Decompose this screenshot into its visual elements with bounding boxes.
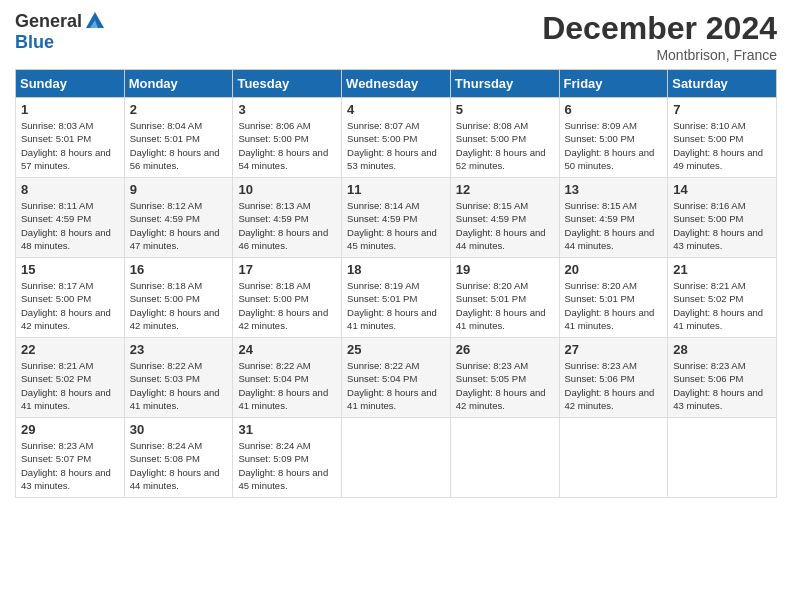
- day-info: Sunrise: 8:04 AMSunset: 5:01 PMDaylight:…: [130, 120, 220, 171]
- day-number: 21: [673, 262, 771, 277]
- day-cell: [668, 418, 777, 498]
- header: General Blue December 2024 Montbrison, F…: [15, 10, 777, 63]
- day-info: Sunrise: 8:22 AMSunset: 5:03 PMDaylight:…: [130, 360, 220, 411]
- day-info: Sunrise: 8:11 AMSunset: 4:59 PMDaylight:…: [21, 200, 111, 251]
- day-number: 28: [673, 342, 771, 357]
- day-number: 29: [21, 422, 119, 437]
- day-number: 23: [130, 342, 228, 357]
- day-cell: 15 Sunrise: 8:17 AMSunset: 5:00 PMDaylig…: [16, 258, 125, 338]
- day-number: 10: [238, 182, 336, 197]
- logo-general-text: General: [15, 11, 82, 32]
- day-cell: 2 Sunrise: 8:04 AMSunset: 5:01 PMDayligh…: [124, 98, 233, 178]
- week-row-5: 29 Sunrise: 8:23 AMSunset: 5:07 PMDaylig…: [16, 418, 777, 498]
- week-row-3: 15 Sunrise: 8:17 AMSunset: 5:00 PMDaylig…: [16, 258, 777, 338]
- day-info: Sunrise: 8:23 AMSunset: 5:06 PMDaylight:…: [565, 360, 655, 411]
- day-info: Sunrise: 8:19 AMSunset: 5:01 PMDaylight:…: [347, 280, 437, 331]
- day-number: 13: [565, 182, 663, 197]
- day-number: 7: [673, 102, 771, 117]
- day-cell: 6 Sunrise: 8:09 AMSunset: 5:00 PMDayligh…: [559, 98, 668, 178]
- day-cell: 17 Sunrise: 8:18 AMSunset: 5:00 PMDaylig…: [233, 258, 342, 338]
- day-number: 20: [565, 262, 663, 277]
- day-cell: 4 Sunrise: 8:07 AMSunset: 5:00 PMDayligh…: [342, 98, 451, 178]
- day-number: 24: [238, 342, 336, 357]
- logo: General Blue: [15, 10, 106, 53]
- day-cell: 20 Sunrise: 8:20 AMSunset: 5:01 PMDaylig…: [559, 258, 668, 338]
- calendar-body: 1 Sunrise: 8:03 AMSunset: 5:01 PMDayligh…: [16, 98, 777, 498]
- day-cell: 27 Sunrise: 8:23 AMSunset: 5:06 PMDaylig…: [559, 338, 668, 418]
- day-info: Sunrise: 8:15 AMSunset: 4:59 PMDaylight:…: [565, 200, 655, 251]
- day-cell: 16 Sunrise: 8:18 AMSunset: 5:00 PMDaylig…: [124, 258, 233, 338]
- day-cell: [342, 418, 451, 498]
- day-info: Sunrise: 8:22 AMSunset: 5:04 PMDaylight:…: [347, 360, 437, 411]
- main-container: General Blue December 2024 Montbrison, F…: [0, 0, 792, 508]
- day-number: 18: [347, 262, 445, 277]
- day-cell: [450, 418, 559, 498]
- day-cell: 23 Sunrise: 8:22 AMSunset: 5:03 PMDaylig…: [124, 338, 233, 418]
- day-number: 9: [130, 182, 228, 197]
- calendar-table: Sunday Monday Tuesday Wednesday Thursday…: [15, 69, 777, 498]
- day-info: Sunrise: 8:20 AMSunset: 5:01 PMDaylight:…: [565, 280, 655, 331]
- day-cell: 7 Sunrise: 8:10 AMSunset: 5:00 PMDayligh…: [668, 98, 777, 178]
- day-number: 3: [238, 102, 336, 117]
- day-number: 19: [456, 262, 554, 277]
- week-row-4: 22 Sunrise: 8:21 AMSunset: 5:02 PMDaylig…: [16, 338, 777, 418]
- day-info: Sunrise: 8:10 AMSunset: 5:00 PMDaylight:…: [673, 120, 763, 171]
- day-cell: 19 Sunrise: 8:20 AMSunset: 5:01 PMDaylig…: [450, 258, 559, 338]
- day-cell: 12 Sunrise: 8:15 AMSunset: 4:59 PMDaylig…: [450, 178, 559, 258]
- day-number: 12: [456, 182, 554, 197]
- day-number: 25: [347, 342, 445, 357]
- col-sunday: Sunday: [16, 70, 125, 98]
- col-friday: Friday: [559, 70, 668, 98]
- day-number: 14: [673, 182, 771, 197]
- day-cell: 14 Sunrise: 8:16 AMSunset: 5:00 PMDaylig…: [668, 178, 777, 258]
- month-title: December 2024: [542, 10, 777, 47]
- day-cell: 1 Sunrise: 8:03 AMSunset: 5:01 PMDayligh…: [16, 98, 125, 178]
- day-number: 17: [238, 262, 336, 277]
- day-info: Sunrise: 8:09 AMSunset: 5:00 PMDaylight:…: [565, 120, 655, 171]
- day-number: 15: [21, 262, 119, 277]
- day-number: 22: [21, 342, 119, 357]
- day-cell: 26 Sunrise: 8:23 AMSunset: 5:05 PMDaylig…: [450, 338, 559, 418]
- day-info: Sunrise: 8:21 AMSunset: 5:02 PMDaylight:…: [21, 360, 111, 411]
- day-number: 1: [21, 102, 119, 117]
- day-info: Sunrise: 8:08 AMSunset: 5:00 PMDaylight:…: [456, 120, 546, 171]
- day-info: Sunrise: 8:18 AMSunset: 5:00 PMDaylight:…: [238, 280, 328, 331]
- day-info: Sunrise: 8:20 AMSunset: 5:01 PMDaylight:…: [456, 280, 546, 331]
- day-info: Sunrise: 8:22 AMSunset: 5:04 PMDaylight:…: [238, 360, 328, 411]
- day-info: Sunrise: 8:17 AMSunset: 5:00 PMDaylight:…: [21, 280, 111, 331]
- day-info: Sunrise: 8:12 AMSunset: 4:59 PMDaylight:…: [130, 200, 220, 251]
- location: Montbrison, France: [542, 47, 777, 63]
- logo-blue-text: Blue: [15, 32, 54, 53]
- day-cell: 18 Sunrise: 8:19 AMSunset: 5:01 PMDaylig…: [342, 258, 451, 338]
- day-number: 31: [238, 422, 336, 437]
- day-cell: 5 Sunrise: 8:08 AMSunset: 5:00 PMDayligh…: [450, 98, 559, 178]
- col-wednesday: Wednesday: [342, 70, 451, 98]
- day-number: 5: [456, 102, 554, 117]
- day-info: Sunrise: 8:23 AMSunset: 5:05 PMDaylight:…: [456, 360, 546, 411]
- day-number: 4: [347, 102, 445, 117]
- day-number: 8: [21, 182, 119, 197]
- week-row-2: 8 Sunrise: 8:11 AMSunset: 4:59 PMDayligh…: [16, 178, 777, 258]
- day-cell: 29 Sunrise: 8:23 AMSunset: 5:07 PMDaylig…: [16, 418, 125, 498]
- day-info: Sunrise: 8:24 AMSunset: 5:08 PMDaylight:…: [130, 440, 220, 491]
- day-number: 26: [456, 342, 554, 357]
- day-cell: 21 Sunrise: 8:21 AMSunset: 5:02 PMDaylig…: [668, 258, 777, 338]
- day-number: 11: [347, 182, 445, 197]
- day-info: Sunrise: 8:15 AMSunset: 4:59 PMDaylight:…: [456, 200, 546, 251]
- col-monday: Monday: [124, 70, 233, 98]
- day-cell: 30 Sunrise: 8:24 AMSunset: 5:08 PMDaylig…: [124, 418, 233, 498]
- col-saturday: Saturday: [668, 70, 777, 98]
- day-cell: 28 Sunrise: 8:23 AMSunset: 5:06 PMDaylig…: [668, 338, 777, 418]
- day-number: 6: [565, 102, 663, 117]
- day-info: Sunrise: 8:03 AMSunset: 5:01 PMDaylight:…: [21, 120, 111, 171]
- day-number: 2: [130, 102, 228, 117]
- day-info: Sunrise: 8:07 AMSunset: 5:00 PMDaylight:…: [347, 120, 437, 171]
- header-row: Sunday Monday Tuesday Wednesday Thursday…: [16, 70, 777, 98]
- logo-icon: [84, 10, 106, 32]
- day-cell: 25 Sunrise: 8:22 AMSunset: 5:04 PMDaylig…: [342, 338, 451, 418]
- day-number: 27: [565, 342, 663, 357]
- title-area: December 2024 Montbrison, France: [542, 10, 777, 63]
- day-cell: 22 Sunrise: 8:21 AMSunset: 5:02 PMDaylig…: [16, 338, 125, 418]
- day-cell: [559, 418, 668, 498]
- day-cell: 8 Sunrise: 8:11 AMSunset: 4:59 PMDayligh…: [16, 178, 125, 258]
